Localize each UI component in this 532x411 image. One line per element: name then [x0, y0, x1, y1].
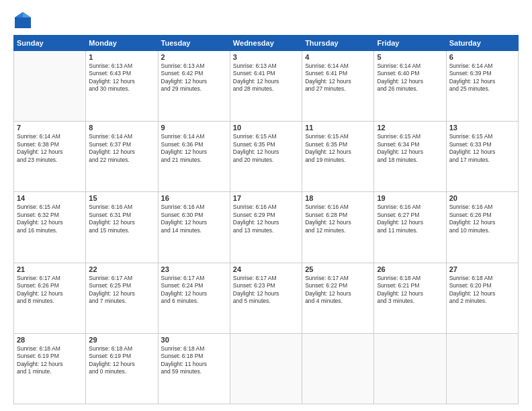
day-info: Sunrise: 6:16 AM Sunset: 6:26 PM Dayligh… [449, 203, 515, 234]
day-number: 21 [17, 265, 83, 273]
day-number: 17 [233, 194, 299, 202]
day-number: 27 [449, 265, 515, 273]
calendar-cell: 11Sunrise: 6:15 AM Sunset: 6:35 PM Dayli… [302, 122, 374, 192]
logo [13, 11, 35, 30]
calendar-cell [446, 333, 518, 404]
day-number: 9 [161, 124, 227, 132]
svg-marker-1 [23, 12, 31, 17]
day-info: Sunrise: 6:17 AM Sunset: 6:26 PM Dayligh… [17, 275, 83, 306]
calendar-cell: 4Sunrise: 6:14 AM Sunset: 6:41 PM Daylig… [302, 51, 374, 122]
calendar-cell: 12Sunrise: 6:15 AM Sunset: 6:34 PM Dayli… [374, 122, 446, 192]
calendar-day-header: Thursday [302, 36, 374, 51]
calendar-cell: 14Sunrise: 6:15 AM Sunset: 6:32 PM Dayli… [14, 192, 86, 263]
calendar-week-row: 1Sunrise: 6:13 AM Sunset: 6:43 PM Daylig… [14, 51, 519, 122]
day-number: 15 [89, 194, 154, 202]
header [13, 11, 519, 30]
day-number: 7 [17, 124, 83, 132]
day-info: Sunrise: 6:17 AM Sunset: 6:22 PM Dayligh… [305, 275, 371, 306]
day-info: Sunrise: 6:15 AM Sunset: 6:34 PM Dayligh… [377, 133, 443, 164]
calendar-table: SundayMondayTuesdayWednesdayThursdayFrid… [13, 35, 519, 404]
day-number: 10 [233, 124, 299, 132]
day-number: 25 [305, 265, 371, 273]
day-info: Sunrise: 6:18 AM Sunset: 6:19 PM Dayligh… [17, 345, 83, 376]
calendar-day-header: Sunday [14, 36, 86, 51]
day-info: Sunrise: 6:17 AM Sunset: 6:24 PM Dayligh… [161, 275, 227, 306]
calendar-day-header: Friday [374, 36, 446, 51]
day-number: 16 [161, 194, 227, 202]
day-info: Sunrise: 6:13 AM Sunset: 6:42 PM Dayligh… [161, 62, 227, 93]
calendar-cell: 8Sunrise: 6:14 AM Sunset: 6:37 PM Daylig… [86, 122, 158, 192]
calendar-cell: 20Sunrise: 6:16 AM Sunset: 6:26 PM Dayli… [446, 192, 518, 263]
calendar-cell [230, 333, 302, 404]
day-info: Sunrise: 6:16 AM Sunset: 6:30 PM Dayligh… [161, 203, 227, 234]
calendar-cell: 9Sunrise: 6:14 AM Sunset: 6:36 PM Daylig… [158, 122, 230, 192]
day-info: Sunrise: 6:13 AM Sunset: 6:41 PM Dayligh… [233, 62, 299, 93]
day-info: Sunrise: 6:15 AM Sunset: 6:35 PM Dayligh… [233, 133, 299, 164]
calendar-cell: 6Sunrise: 6:14 AM Sunset: 6:39 PM Daylig… [446, 51, 518, 122]
day-number: 29 [89, 336, 154, 344]
day-info: Sunrise: 6:17 AM Sunset: 6:23 PM Dayligh… [233, 275, 299, 306]
calendar-cell [14, 51, 86, 122]
calendar-cell: 24Sunrise: 6:17 AM Sunset: 6:23 PM Dayli… [230, 263, 302, 333]
calendar-week-row: 21Sunrise: 6:17 AM Sunset: 6:26 PM Dayli… [14, 263, 519, 333]
day-info: Sunrise: 6:15 AM Sunset: 6:32 PM Dayligh… [17, 203, 83, 234]
day-info: Sunrise: 6:18 AM Sunset: 6:21 PM Dayligh… [377, 275, 443, 306]
calendar-cell: 26Sunrise: 6:18 AM Sunset: 6:21 PM Dayli… [374, 263, 446, 333]
calendar-cell: 18Sunrise: 6:16 AM Sunset: 6:28 PM Dayli… [302, 192, 374, 263]
page: SundayMondayTuesdayWednesdayThursdayFrid… [0, 0, 532, 411]
day-number: 19 [377, 194, 443, 202]
calendar-cell: 17Sunrise: 6:16 AM Sunset: 6:29 PM Dayli… [230, 192, 302, 263]
calendar-cell: 27Sunrise: 6:18 AM Sunset: 6:20 PM Dayli… [446, 263, 518, 333]
calendar-cell: 25Sunrise: 6:17 AM Sunset: 6:22 PM Dayli… [302, 263, 374, 333]
calendar-week-row: 28Sunrise: 6:18 AM Sunset: 6:19 PM Dayli… [14, 333, 519, 404]
day-info: Sunrise: 6:14 AM Sunset: 6:41 PM Dayligh… [305, 62, 371, 93]
day-number: 2 [161, 53, 227, 61]
day-info: Sunrise: 6:16 AM Sunset: 6:28 PM Dayligh… [305, 203, 371, 234]
calendar-day-header: Tuesday [158, 36, 230, 51]
calendar-cell: 7Sunrise: 6:14 AM Sunset: 6:38 PM Daylig… [14, 122, 86, 192]
calendar-cell: 16Sunrise: 6:16 AM Sunset: 6:30 PM Dayli… [158, 192, 230, 263]
calendar-cell: 28Sunrise: 6:18 AM Sunset: 6:19 PM Dayli… [14, 333, 86, 404]
day-number: 30 [161, 336, 227, 344]
calendar-cell: 13Sunrise: 6:15 AM Sunset: 6:33 PM Dayli… [446, 122, 518, 192]
day-number: 6 [449, 53, 515, 61]
calendar-cell: 23Sunrise: 6:17 AM Sunset: 6:24 PM Dayli… [158, 263, 230, 333]
day-number: 12 [377, 124, 443, 132]
calendar-cell: 19Sunrise: 6:16 AM Sunset: 6:27 PM Dayli… [374, 192, 446, 263]
day-number: 11 [305, 124, 371, 132]
day-number: 1 [89, 53, 154, 61]
calendar-week-row: 14Sunrise: 6:15 AM Sunset: 6:32 PM Dayli… [14, 192, 519, 263]
calendar-cell: 5Sunrise: 6:14 AM Sunset: 6:40 PM Daylig… [374, 51, 446, 122]
day-info: Sunrise: 6:18 AM Sunset: 6:18 PM Dayligh… [161, 345, 227, 376]
day-info: Sunrise: 6:14 AM Sunset: 6:39 PM Dayligh… [449, 62, 515, 93]
calendar-cell: 10Sunrise: 6:15 AM Sunset: 6:35 PM Dayli… [230, 122, 302, 192]
day-info: Sunrise: 6:16 AM Sunset: 6:29 PM Dayligh… [233, 203, 299, 234]
day-info: Sunrise: 6:15 AM Sunset: 6:33 PM Dayligh… [449, 133, 515, 164]
calendar-day-header: Monday [86, 36, 158, 51]
day-number: 23 [161, 265, 227, 273]
calendar-day-header: Saturday [446, 36, 518, 51]
calendar-cell [302, 333, 374, 404]
day-info: Sunrise: 6:13 AM Sunset: 6:43 PM Dayligh… [89, 62, 154, 93]
day-info: Sunrise: 6:15 AM Sunset: 6:35 PM Dayligh… [305, 133, 371, 164]
day-number: 8 [89, 124, 154, 132]
day-info: Sunrise: 6:18 AM Sunset: 6:20 PM Dayligh… [449, 275, 515, 306]
day-info: Sunrise: 6:17 AM Sunset: 6:25 PM Dayligh… [89, 275, 154, 306]
calendar-week-row: 7Sunrise: 6:14 AM Sunset: 6:38 PM Daylig… [14, 122, 519, 192]
day-number: 28 [17, 336, 83, 344]
day-info: Sunrise: 6:14 AM Sunset: 6:40 PM Dayligh… [377, 62, 443, 93]
calendar-day-header: Wednesday [230, 36, 302, 51]
day-number: 24 [233, 265, 299, 273]
day-number: 4 [305, 53, 371, 61]
day-number: 14 [17, 194, 83, 202]
day-info: Sunrise: 6:16 AM Sunset: 6:27 PM Dayligh… [377, 203, 443, 234]
day-number: 22 [89, 265, 154, 273]
day-number: 18 [305, 194, 371, 202]
svg-marker-2 [15, 12, 23, 17]
calendar-cell: 15Sunrise: 6:16 AM Sunset: 6:31 PM Dayli… [86, 192, 158, 263]
day-number: 20 [449, 194, 515, 202]
day-number: 5 [377, 53, 443, 61]
day-number: 3 [233, 53, 299, 61]
calendar-header-row: SundayMondayTuesdayWednesdayThursdayFrid… [14, 36, 519, 51]
logo-icon [13, 11, 32, 30]
